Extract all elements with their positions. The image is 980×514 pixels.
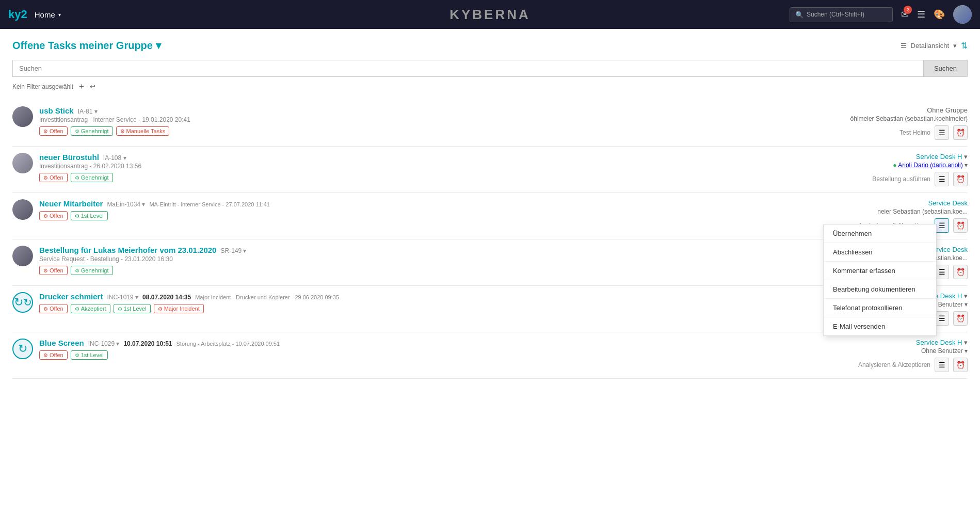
task-body: usb Stick IA-81 ▾ Investitionsantrag - i… [39, 106, 796, 136]
task-user-link[interactable]: Arioli Dario (dario.arioli) [898, 162, 962, 169]
tag-offen[interactable]: ⚙ Offen [39, 126, 68, 136]
task-group-link[interactable]: Service Desk H [916, 339, 962, 346]
task-avatar [12, 106, 33, 127]
filter-add-button[interactable]: ＋ [77, 81, 86, 92]
task-meta: Investitionsantrag - interner Service - … [39, 116, 796, 123]
redirect-icon: ↻ [18, 342, 27, 356]
task-meta-inline: Störung - Arbeitsplatz - 10.07.2020 09:5… [176, 341, 280, 347]
search-bar: Suchen [12, 60, 968, 77]
task-menu-button[interactable]: ☰ [935, 125, 949, 140]
task-action-row: Analysieren & Akzeptieren ☰ ⏰ [802, 358, 968, 372]
task-right: Service Desk H ▾ ● Arioli Dario (dario.a… [802, 153, 968, 186]
tag-offen[interactable]: ⚙ Offen [39, 173, 68, 182]
task-avatar-redirect: ↻ [12, 339, 33, 359]
home-nav[interactable]: Home ▾ [35, 10, 61, 19]
task-tags: ⚙ Offen ⚙ 1st Level [39, 211, 796, 220]
dropdown-item-bearbeitung[interactable]: Bearbeitung dokumentieren [824, 280, 936, 299]
dropdown-item-kommentar[interactable]: Kommentar erfassen [824, 262, 936, 280]
filter-label: Kein Filter ausgewählt [12, 83, 73, 90]
tag-genehmigt[interactable]: ⚙ Genehmigt [71, 266, 113, 275]
task-menu-button[interactable]: ☰ [935, 172, 949, 186]
tag-offen[interactable]: ⚙ Offen [39, 211, 68, 220]
task-menu-button[interactable]: ☰ [935, 311, 949, 326]
tag-level1[interactable]: ⚙ 1st Level [71, 350, 108, 360]
filter-reset-button[interactable]: ↩ [90, 83, 95, 90]
tag-genehmigt[interactable]: ⚙ Genehmigt [71, 173, 113, 182]
tag-offen[interactable]: ⚙ Offen [39, 304, 68, 313]
task-meta: Investitionsantrag - 26.02.2020 13:56 [39, 163, 796, 170]
task-title-line: Neuer Mitarbeiter MaEin-1034 ▾ MA-Eintri… [39, 199, 796, 208]
tag-level1[interactable]: ⚙ 1st Level [114, 304, 151, 313]
tag-manuelle[interactable]: ⚙ Manuelle Tasks [116, 126, 170, 136]
task-group-link[interactable]: Service Desk H [916, 153, 962, 160]
task-body: neuer Bürostuhl IA-108 ▾ Investitionsant… [39, 153, 796, 182]
task-title[interactable]: Bestellung für Lukas Meierhofer vom 23.0… [39, 246, 216, 254]
task-clock-button[interactable]: ⏰ [953, 358, 968, 372]
page-title-text: Offene Tasks meiner Gruppe [12, 40, 153, 52]
task-id: MaEin-1034 ▾ [107, 201, 145, 208]
page-title-chevron: ▾ [156, 39, 161, 52]
task-menu-button[interactable]: ☰ [935, 265, 949, 279]
main-content: Offene Tasks meiner Gruppe ▾ ☰ Detailans… [0, 29, 980, 514]
task-row: usb Stick IA-81 ▾ Investitionsantrag - i… [12, 100, 968, 147]
mail-badge: 2 [904, 6, 912, 14]
topnav-right: 🔍 Suchen (Ctrl+Shift+f) ✉ 2 ☰ 🎨 [790, 5, 972, 24]
tag-akzeptiert[interactable]: ⚙ Akzeptiert [71, 304, 110, 313]
task-clock-button[interactable]: ⏰ [953, 311, 968, 326]
tag-level1[interactable]: ⚙ 1st Level [71, 211, 108, 220]
task-tags: ⚙ Offen ⚙ 1st Level [39, 350, 796, 360]
user-online-dot: ● [893, 162, 896, 169]
task-title[interactable]: Drucker schmiert [39, 292, 103, 301]
page-title-actions: ☰ Detailansicht ▾ ⇅ [901, 41, 968, 51]
task-group-link[interactable]: Service Desk [928, 199, 968, 207]
search-button[interactable]: Suchen [923, 60, 968, 77]
task-title[interactable]: usb Stick [39, 106, 74, 115]
task-row: neuer Bürostuhl IA-108 ▾ Investitionsant… [12, 147, 968, 193]
search-icon: 🔍 [795, 11, 804, 19]
task-group: Service Desk H ▾ [802, 153, 968, 160]
avatar-img [12, 106, 33, 127]
user-avatar[interactable] [953, 5, 972, 24]
page-title[interactable]: Offene Tasks meiner Gruppe ▾ [12, 39, 161, 52]
task-avatar [12, 153, 33, 173]
task-tags: ⚙ Offen ⚙ Genehmigt [39, 266, 796, 275]
task-row: Neuer Mitarbeiter MaEin-1034 ▾ MA-Eintri… [12, 193, 968, 239]
dropdown-item-uebernehmen[interactable]: Übernehmen [824, 224, 936, 243]
dropdown-item-email[interactable]: E-Mail versenden [824, 317, 936, 335]
task-id: IA-108 ▾ [103, 154, 126, 162]
home-label: Home [35, 10, 55, 19]
context-dropdown-menu: Übernehmen Abschliessen Kommentar erfass… [823, 224, 937, 336]
tag-offen[interactable]: ⚙ Offen [39, 350, 68, 360]
task-menu-button[interactable]: ☰ [935, 358, 949, 372]
task-title[interactable]: Neuer Mitarbeiter [39, 199, 103, 208]
task-title-line: Drucker schmiert INC-1019 ▾ 08.07.2020 1… [39, 292, 796, 301]
task-clock-button[interactable]: ⏰ [953, 265, 968, 279]
dropdown-item-abschliessen[interactable]: Abschliessen [824, 243, 936, 262]
task-clock-button[interactable]: ⏰ [953, 172, 968, 186]
detail-view-label[interactable]: Detailansicht [911, 42, 949, 50]
global-search[interactable]: 🔍 Suchen (Ctrl+Shift+f) [790, 7, 893, 22]
task-action-label: Test Heimo [899, 129, 930, 136]
task-title[interactable]: Blue Screen [39, 339, 84, 347]
menu-icon[interactable]: ☰ [917, 9, 925, 20]
task-title[interactable]: neuer Bürostuhl [39, 153, 99, 162]
tag-offen[interactable]: ⚙ Offen [39, 266, 68, 275]
task-avatar [12, 246, 33, 266]
tag-genehmigt[interactable]: ⚙ Genehmigt [71, 126, 113, 136]
palette-icon[interactable]: 🎨 [934, 9, 945, 20]
task-row: ↻ Blue Screen INC-1029 ▾ 10.07.2020 10:5… [12, 332, 968, 379]
search-input[interactable] [12, 60, 923, 77]
detail-view-chevron: ▾ [953, 42, 957, 50]
task-menu-button[interactable]: ☰ [935, 218, 949, 233]
sort-icon[interactable]: ⇅ [961, 41, 968, 51]
task-avatar [12, 199, 33, 220]
task-body: Bestellung für Lukas Meierhofer vom 23.0… [39, 246, 796, 275]
task-action-label: Analysieren & Akzeptieren [858, 361, 930, 368]
dropdown-item-telefonat[interactable]: Telefonat protokollieren [824, 299, 936, 317]
mail-icon[interactable]: ✉ 2 [901, 9, 909, 20]
task-clock-button[interactable]: ⏰ [953, 218, 968, 233]
task-id: SR-149 ▾ [220, 247, 246, 254]
logo: ky2 [8, 8, 27, 21]
tag-major[interactable]: ⚙ Major Incident [154, 304, 204, 313]
task-clock-button[interactable]: ⏰ [953, 125, 968, 140]
